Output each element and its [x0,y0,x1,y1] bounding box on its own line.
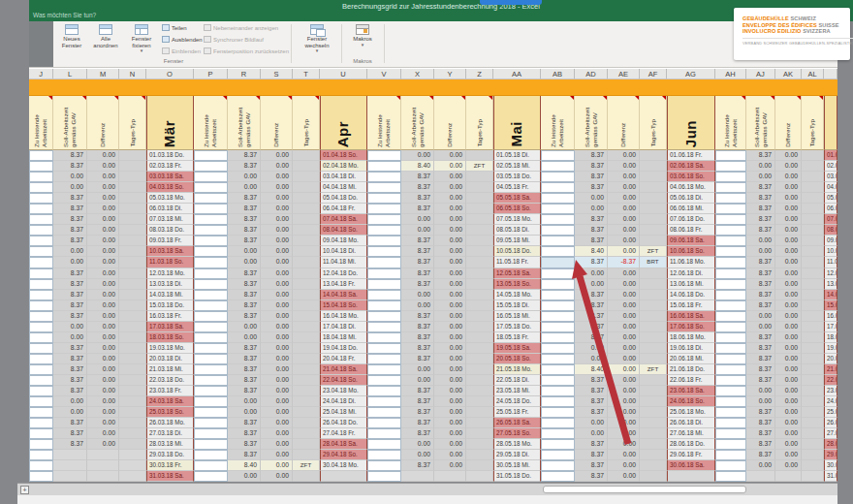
value-cell[interactable]: 0.00 [261,279,293,290]
input-cell[interactable] [29,311,53,322]
value-cell[interactable]: 8.37 [746,150,775,161]
value-cell[interactable]: 0.00 [87,407,119,418]
day-type-cell[interactable]: ZFT [640,364,667,375]
day-type-cell[interactable] [293,439,320,450]
input-cell[interactable] [367,150,401,161]
value-cell[interactable]: 0.00 [575,343,608,354]
value-cell[interactable]: 0.00 [746,311,775,322]
value-cell[interactable]: 8.37 [575,214,608,225]
day-type-cell[interactable] [802,407,824,418]
date-cell[interactable]: 20.07 [824,354,837,364]
value-cell[interactable]: 8.37 [53,161,87,172]
date-cell[interactable]: 13.05.18 So. [493,279,541,290]
date-cell[interactable]: 17.07 [824,322,837,332]
input-cell[interactable] [715,246,746,257]
day-type-cell[interactable] [119,236,146,246]
day-type-cell[interactable] [293,396,320,407]
input-cell[interactable] [194,236,228,246]
value-cell[interactable]: 0.00 [608,386,640,396]
value-cell[interactable]: 0.00 [87,193,119,204]
value-cell[interactable]: 0.00 [261,354,293,364]
date-cell[interactable]: 07.04.18 Sa. [320,214,367,225]
date-cell[interactable]: 28.04.18 Sa. [320,439,367,450]
value-cell[interactable]: 0.00 [261,300,293,311]
value-cell[interactable]: 8.37 [746,375,775,386]
value-cell[interactable]: 8.37 [575,290,608,300]
day-type-cell[interactable] [119,396,146,407]
input-cell[interactable] [29,214,53,225]
day-type-cell[interactable] [119,204,146,214]
value-cell[interactable]: 0.00 [575,204,608,214]
value-cell[interactable] [434,471,466,482]
date-cell[interactable]: 18.05.18 Fr. [493,332,541,343]
day-type-cell[interactable] [802,150,824,161]
day-type-cell[interactable] [466,311,493,322]
input-cell[interactable] [194,268,228,279]
value-cell[interactable]: 0.00 [746,396,775,407]
date-cell[interactable]: 23.03.18 Fr. [146,386,194,396]
input-cell[interactable] [29,322,53,332]
value-cell[interactable]: 8.37 [575,161,608,172]
value-cell[interactable]: 8.37 [228,343,261,354]
column-header-diff[interactable]: Differenz [434,96,466,150]
date-cell[interactable]: 28.07 [824,439,837,450]
date-cell[interactable]: 10.04.18 Di. [320,246,367,257]
value-cell[interactable]: 0.00 [608,439,640,450]
date-cell[interactable] [667,471,715,482]
date-cell[interactable]: 22.05.18 Di. [493,375,541,386]
input-cell[interactable] [29,332,53,343]
value-cell[interactable]: 8.37 [53,290,87,300]
date-cell[interactable]: 03.03.18 Sa. [146,172,194,182]
date-cell[interactable]: 13.03.18 Di. [146,279,194,290]
date-cell[interactable]: 18.03.18 So. [146,332,194,343]
value-cell[interactable]: 0.00 [87,311,119,322]
day-type-cell[interactable] [466,364,493,375]
value-cell[interactable]: 0.00 [228,182,261,193]
date-cell[interactable]: 12.07 [824,268,837,279]
value-cell[interactable]: 8.37 [401,204,434,214]
day-type-cell[interactable] [293,428,320,439]
month-header[interactable]: Apr [320,96,367,150]
day-type-cell[interactable] [466,204,493,214]
value-cell[interactable]: 0.00 [775,375,802,386]
date-cell[interactable]: 15.06.18 Fr. [667,300,715,311]
date-cell[interactable]: 06.07 [824,204,837,214]
value-cell[interactable]: 0.00 [87,268,119,279]
column-header-diff[interactable]: Differenz [775,96,802,150]
date-cell[interactable]: 08.07 [824,225,837,236]
date-cell[interactable]: 05.06.18 Di. [667,193,715,204]
value-cell[interactable]: 8.37 [53,193,87,204]
input-cell[interactable] [367,354,401,364]
input-cell[interactable] [367,396,401,407]
value-cell[interactable]: 0.00 [434,182,466,193]
value-cell[interactable] [87,471,119,482]
date-cell[interactable]: 23.04.18 Mo. [320,386,367,396]
column-header-tages[interactable]: Tages-Typ [640,96,667,150]
day-type-cell[interactable] [119,407,146,418]
value-cell[interactable]: 0.00 [575,268,608,279]
day-type-cell[interactable] [119,460,146,471]
day-type-cell[interactable] [640,428,667,439]
value-cell[interactable]: 0.00 [775,311,802,322]
value-cell[interactable]: 8.37 [746,204,775,214]
day-type-cell[interactable] [119,182,146,193]
value-cell[interactable]: 0.00 [434,246,466,257]
value-cell[interactable]: 8.37 [746,364,775,375]
input-cell[interactable] [715,322,746,332]
day-type-cell[interactable] [802,386,824,396]
input-cell[interactable] [541,364,575,375]
input-cell[interactable] [715,225,746,236]
value-cell[interactable]: 8.37 [401,418,434,428]
input-cell[interactable] [715,450,746,460]
date-cell[interactable]: 19.05.18 Sa. [493,343,541,354]
value-cell[interactable]: 8.37 [53,236,87,246]
value-cell[interactable]: 0.00 [746,386,775,396]
value-cell[interactable]: 8.37 [746,450,775,460]
value-cell[interactable]: 0.00 [775,418,802,428]
input-cell[interactable] [194,161,228,172]
input-cell[interactable] [29,150,53,161]
date-cell[interactable]: 16.07 [824,311,837,322]
input-cell[interactable] [29,300,53,311]
value-cell[interactable]: 0.00 [228,322,261,332]
value-cell[interactable]: 8.37 [401,236,434,246]
